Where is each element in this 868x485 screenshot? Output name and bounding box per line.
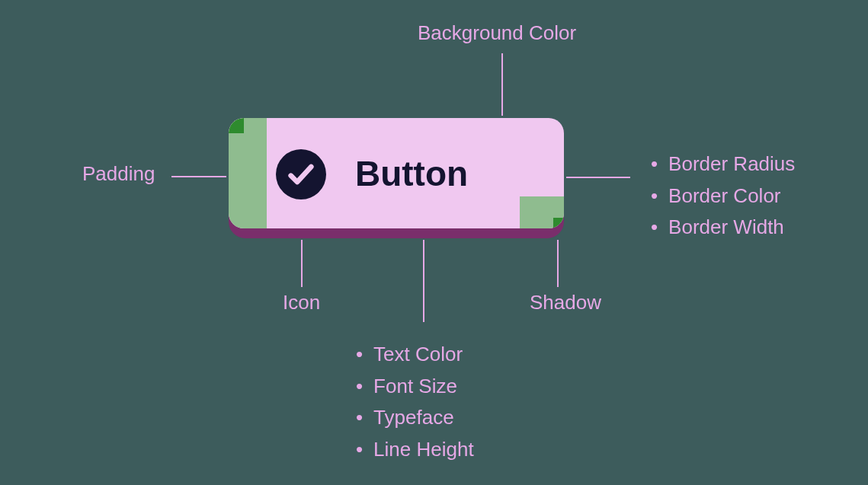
annotation-line-height: Line Height — [356, 434, 474, 466]
annotation-border-radius: Border Radius — [651, 148, 795, 180]
annotation-font-size: Font Size — [356, 371, 474, 403]
annotation-padding: Padding — [82, 162, 155, 186]
annotation-typeface: Typeface — [356, 402, 474, 434]
leader-line-text — [423, 240, 424, 322]
padding-highlight-corner — [520, 196, 564, 228]
leader-line-background — [501, 53, 503, 116]
annotation-shadow: Shadow — [530, 291, 601, 314]
annotation-border-list: Border Radius Border Color Border Width — [651, 148, 795, 244]
leader-line-icon — [301, 240, 303, 287]
annotation-text-list: Text Color Font Size Typeface Line Heigh… — [356, 339, 474, 465]
leader-line-shadow — [557, 240, 559, 287]
annotation-background-color: Background Color — [418, 21, 576, 45]
annotation-border-width: Border Width — [651, 212, 795, 244]
leader-line-border — [566, 177, 630, 178]
button-example: Button — [229, 118, 564, 232]
example-button[interactable]: Button — [229, 118, 564, 228]
button-label: Button — [229, 153, 564, 194]
annotation-icon: Icon — [283, 291, 320, 314]
annotation-border-color: Border Color — [651, 180, 795, 212]
annotation-text-color: Text Color — [356, 339, 474, 371]
leader-line-padding — [171, 176, 226, 177]
